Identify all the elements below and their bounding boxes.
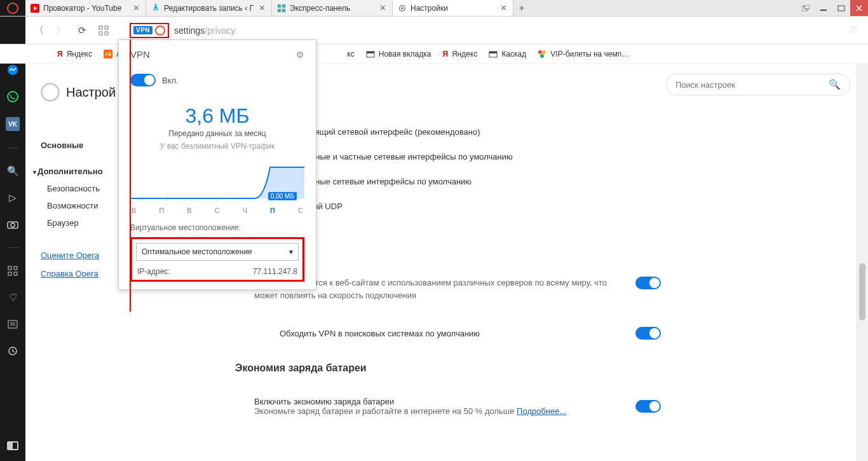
tab-close-icon[interactable]: ✕ xyxy=(378,4,387,13)
sidebar-messenger-icon[interactable] xyxy=(6,64,19,76)
radio-option-2[interactable]: ь только публичные и частные сетевые инт… xyxy=(254,152,849,162)
battery-enable-label: Включить экономию заряда батареи xyxy=(254,397,566,406)
vpn-day-label: Ч xyxy=(243,207,247,214)
radio-option-1[interactable]: ь любой подходящий сетевой интерфейс (ре… xyxy=(254,127,849,137)
settings-title: Настрой xyxy=(66,85,116,100)
bypass-vpn-label: Обходить VPN в поисковых системах по умо… xyxy=(254,329,480,338)
tab-title: Экспресс-панель xyxy=(290,4,374,13)
vpn-day-label: С xyxy=(298,207,303,214)
tab-close-icon[interactable]: ✕ xyxy=(257,4,266,13)
radio-option-4[interactable]: епроксированный UDP xyxy=(254,202,849,211)
tab-youtube[interactable]: Провокатор - YouTube ✕ xyxy=(25,0,146,16)
svg-rect-22 xyxy=(489,52,497,53)
vpn-location-label: Виртуальное местоположение: xyxy=(130,223,304,232)
vpn-day-label: В xyxy=(187,207,191,214)
sidebar-news-icon[interactable] xyxy=(6,318,19,331)
address-bar[interactable]: settings/privacy xyxy=(174,25,844,36)
bookmark-vip[interactable]: VIP-билеты на чемп… xyxy=(538,50,629,58)
svg-rect-18 xyxy=(105,32,108,35)
tab-close-icon[interactable]: ✕ xyxy=(499,4,508,13)
window-maximize-button[interactable] xyxy=(832,0,850,16)
svg-rect-30 xyxy=(8,266,11,270)
radio-option-3[interactable]: ь только публичные сетевые интерфейсы по… xyxy=(254,177,849,186)
svg-rect-15 xyxy=(99,26,102,29)
battery-enable-desc: Экономьте заряд батареи и работайте в ин… xyxy=(254,406,566,416)
vpn-settings-icon[interactable]: ⚙ xyxy=(296,50,304,60)
svg-rect-10 xyxy=(804,5,810,9)
vpn-data-caption: Передано данных за месяц xyxy=(130,129,304,138)
svg-rect-12 xyxy=(838,6,844,11)
nav-reload-button[interactable]: ⟳ xyxy=(74,22,90,39)
svg-point-24 xyxy=(542,50,546,54)
sidebar-snapshot-icon[interactable] xyxy=(6,218,19,231)
settings-search[interactable]: 🔍 xyxy=(666,74,850,95)
yandex-icon: Я xyxy=(442,50,448,58)
vpn-day-label: П xyxy=(270,207,275,214)
bypass-vpn-toggle[interactable] xyxy=(635,327,661,340)
vpn-enable-toggle[interactable] xyxy=(635,277,661,289)
yandex-icon: Я xyxy=(57,50,63,58)
window-close-button[interactable] xyxy=(850,0,868,16)
bookmark-yandex[interactable]: ЯЯндекс xyxy=(57,50,92,58)
svg-point-23 xyxy=(538,50,542,54)
settings-header-icon xyxy=(41,83,60,102)
nav-forward-button[interactable]: 〉 xyxy=(52,22,69,39)
vpn-popup: VPN ⚙ Вкл. 3,6 МБ Передано данных за мес… xyxy=(118,39,316,290)
bookmark-newtab[interactable]: Новая вкладка xyxy=(366,50,431,58)
sidebar-heart-icon[interactable]: ♡ xyxy=(6,291,19,304)
settings-search-input[interactable] xyxy=(675,80,829,90)
svg-rect-20 xyxy=(367,52,374,53)
vpn-day-label: В xyxy=(132,207,136,214)
bookmark-heart-button[interactable]: ♡ xyxy=(849,25,862,36)
tab-title: Настройки xyxy=(410,4,495,13)
opera-menu-button[interactable] xyxy=(0,0,25,16)
bookmark-yandex-2[interactable]: ЯЯндекс xyxy=(442,50,477,58)
battery-more-link[interactable]: Подробнее... xyxy=(517,406,566,416)
new-tab-button[interactable]: + xyxy=(513,0,530,16)
chevron-down-icon: ▾ xyxy=(289,247,293,256)
search-icon: 🔍 xyxy=(829,79,841,90)
vpn-on-label: Вкл. xyxy=(162,76,179,85)
svg-rect-16 xyxy=(105,26,108,29)
vpn-chart: 0,00 МБ ВПВСЧПС xyxy=(130,162,304,213)
nav-back-button[interactable]: 〈 xyxy=(31,22,47,39)
sidebar-whatsapp-icon[interactable] xyxy=(6,90,19,103)
scrollbar-thumb[interactable] xyxy=(859,263,865,320)
vpn-on-toggle[interactable] xyxy=(130,74,156,86)
tab-title: Провокатор - YouTube xyxy=(43,4,128,13)
bookmark-3[interactable]: кс xyxy=(347,50,354,58)
vpn-ip-value: 77.111.247.8 xyxy=(253,267,297,276)
svg-point-25 xyxy=(540,54,544,58)
vpn-data-amount: 3,6 МБ xyxy=(130,104,304,128)
svg-rect-3 xyxy=(278,4,281,7)
vpn-location-select[interactable]: Оптимальное местоположение ▾ xyxy=(136,243,299,261)
tab-title: Редактировать запись ‹ Г xyxy=(164,4,254,13)
svg-rect-34 xyxy=(8,320,17,328)
bookmark-cascade[interactable]: Каскад xyxy=(489,50,526,58)
vpn-day-label: С xyxy=(215,207,220,214)
svg-point-29 xyxy=(11,223,15,227)
sidebar-vk-icon[interactable]: VK xyxy=(6,117,20,131)
sidebar-play-icon[interactable]: ▷ xyxy=(6,191,19,204)
tab-close-icon[interactable]: ✕ xyxy=(132,4,140,13)
scrollbar[interactable] xyxy=(857,64,868,461)
svg-rect-4 xyxy=(282,4,285,7)
svg-rect-31 xyxy=(14,266,17,270)
tab-speed-dial[interactable]: Экспресс-панель ✕ xyxy=(272,0,393,16)
battery-toggle[interactable] xyxy=(635,400,661,413)
vpn-ip-label: IP-адрес: xyxy=(137,267,170,276)
vpn-data-sub: У вас безлимитный VPN-трафик xyxy=(130,142,304,151)
tab-wordpress[interactable]: Редактировать запись ‹ Г ✕ xyxy=(146,0,272,16)
vpn-day-label: П xyxy=(159,207,164,214)
svg-rect-5 xyxy=(278,8,281,11)
sidebar-extensions-icon[interactable] xyxy=(6,265,19,277)
vpn-badge-button[interactable]: VPN xyxy=(133,26,153,34)
speed-dial-button[interactable] xyxy=(95,22,112,39)
window-minimize-button[interactable] xyxy=(815,0,832,16)
window-tabs-button[interactable] xyxy=(797,0,815,16)
svg-rect-32 xyxy=(8,272,11,275)
sidebar-search-icon[interactable]: 🔍 xyxy=(6,165,19,177)
sidebar-toggle-button[interactable] xyxy=(6,439,19,452)
sidebar-history-icon[interactable] xyxy=(6,345,19,357)
tab-settings[interactable]: Настройки ✕ xyxy=(393,0,513,16)
